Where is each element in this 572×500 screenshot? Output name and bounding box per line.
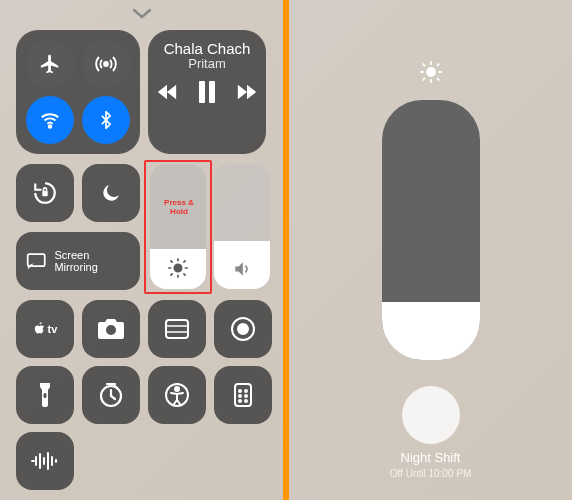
bluetooth-button[interactable] <box>82 96 130 144</box>
svg-point-0 <box>104 62 108 66</box>
svg-point-21 <box>245 400 247 402</box>
media-artist: Pritam <box>188 56 226 71</box>
cellular-data-button[interactable] <box>82 40 130 88</box>
media-controls[interactable]: Chala Chach Pritam <box>148 30 266 154</box>
brightness-icon <box>167 257 189 279</box>
svg-point-14 <box>175 387 179 391</box>
screen-mirroring-label: Screen Mirroring <box>54 249 130 273</box>
chevron-down-icon[interactable] <box>132 8 152 20</box>
screen-record-button[interactable] <box>214 300 272 358</box>
svg-point-22 <box>427 68 435 76</box>
calculator-button[interactable] <box>214 366 272 424</box>
orientation-lock-button[interactable] <box>16 164 74 222</box>
volume-slider[interactable] <box>214 164 270 289</box>
night-shift-button[interactable] <box>402 386 460 444</box>
night-shift-subtitle: Off Until 10:00 PM <box>289 468 572 479</box>
do-not-disturb-button[interactable] <box>82 164 140 222</box>
wallet-button[interactable] <box>148 300 206 358</box>
volume-icon <box>232 259 252 279</box>
svg-rect-3 <box>209 81 215 103</box>
brightness-detail-panel: Night Shift Off Until 10:00 PM <box>289 0 572 500</box>
connectivity-group <box>16 30 140 154</box>
camera-button[interactable] <box>82 300 140 358</box>
svg-rect-11 <box>44 393 47 398</box>
svg-point-7 <box>106 325 116 335</box>
airplane-mode-button[interactable] <box>26 40 74 88</box>
svg-point-17 <box>245 390 247 392</box>
screen-mirroring-icon <box>26 252 46 270</box>
svg-rect-5 <box>28 254 45 266</box>
media-title: Chala Chach <box>164 40 251 57</box>
previous-track-button[interactable] <box>156 83 178 101</box>
svg-point-16 <box>239 390 241 392</box>
next-track-button[interactable] <box>236 83 258 101</box>
screen-mirroring-button[interactable]: Screen Mirroring <box>16 232 140 290</box>
brightness-slider[interactable] <box>150 164 206 289</box>
apple-tv-label: tv <box>48 323 58 335</box>
svg-point-10 <box>238 324 248 334</box>
wifi-button[interactable] <box>26 96 74 144</box>
svg-point-20 <box>239 400 241 402</box>
svg-point-18 <box>239 395 241 397</box>
svg-rect-8 <box>166 320 188 338</box>
svg-rect-2 <box>199 81 205 103</box>
svg-rect-4 <box>42 191 47 196</box>
pause-button[interactable] <box>198 81 216 103</box>
flashlight-button[interactable] <box>16 366 74 424</box>
brightness-slider-large[interactable] <box>382 100 480 360</box>
night-shift-title: Night Shift <box>289 450 572 465</box>
controls-grid: tv <box>16 300 272 490</box>
svg-point-6 <box>174 264 181 271</box>
timer-button[interactable] <box>82 366 140 424</box>
voice-memos-button[interactable] <box>16 432 74 490</box>
accessibility-button[interactable] <box>148 366 206 424</box>
svg-rect-15 <box>235 384 251 406</box>
control-center-panel: Chala Chach Pritam Screen Mirroring Pres… <box>0 0 283 500</box>
apple-tv-button[interactable]: tv <box>16 300 74 358</box>
brightness-icon <box>419 60 443 84</box>
svg-point-1 <box>49 125 52 128</box>
svg-point-19 <box>245 395 247 397</box>
apple-icon <box>33 321 47 337</box>
